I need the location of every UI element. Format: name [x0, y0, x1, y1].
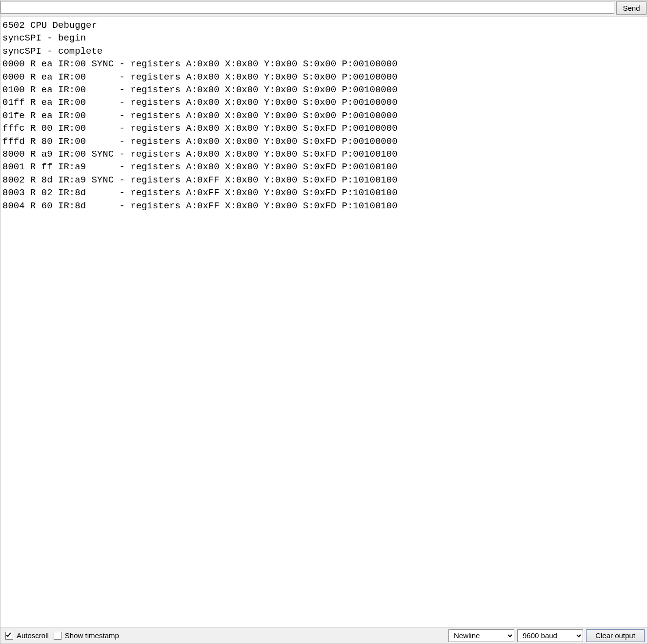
serial-bottom-bar: Autoscroll Show timestamp Newline 9600 b… — [0, 627, 648, 644]
timestamp-label: Show timestamp — [65, 631, 119, 640]
autoscroll-checkbox[interactable]: Autoscroll — [3, 630, 49, 641]
baud-select[interactable]: 9600 baud — [517, 629, 583, 642]
serial-monitor-window: Send 6502 CPU Debugger syncSPI - begin s… — [0, 0, 648, 644]
autoscroll-input[interactable] — [5, 632, 13, 640]
send-button[interactable]: Send — [616, 1, 647, 15]
timestamp-input[interactable] — [54, 632, 61, 640]
line-ending-select[interactable]: Newline — [448, 629, 514, 642]
timestamp-checkbox[interactable]: Show timestamp — [52, 630, 119, 641]
serial-console[interactable]: 6502 CPU Debugger syncSPI - begin syncSP… — [0, 17, 648, 627]
autoscroll-label: Autoscroll — [17, 631, 49, 640]
serial-input[interactable] — [0, 1, 614, 14]
clear-output-button[interactable]: Clear output — [586, 629, 645, 642]
serial-send-bar: Send — [0, 0, 648, 17]
